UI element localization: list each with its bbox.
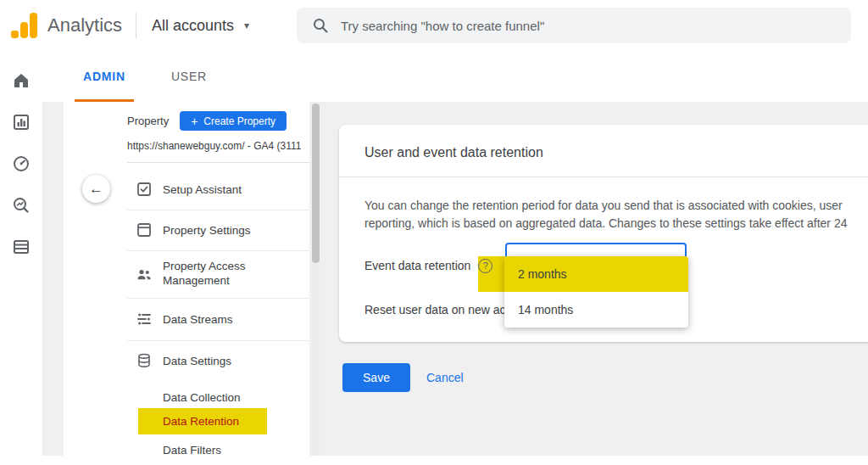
google-analytics-logo-icon (10, 11, 39, 40)
property-selector[interactable]: https://shanewebguy.com/ - GA4 (3111... (127, 140, 301, 152)
save-button[interactable]: Save (342, 363, 410, 392)
card-body-text: reporting, which is based on aggregated … (364, 216, 868, 230)
create-property-label: Create Property (203, 115, 275, 127)
create-property-button[interactable]: + Create Property (180, 111, 287, 131)
chevron-down-icon: ▾ (244, 20, 249, 31)
panel-scrollbar[interactable] (312, 104, 320, 456)
card-body-text: You can change the retention period for … (364, 199, 868, 212)
logo-dot (11, 31, 19, 38)
advertising-icon[interactable] (11, 195, 31, 216)
menu-item-data-collection[interactable]: Data Collection (64, 385, 309, 409)
nav-rail (0, 51, 42, 465)
reports-icon[interactable] (11, 112, 31, 132)
retention-dropdown-menu: 2 months 14 months (504, 256, 688, 328)
search-bar[interactable] (297, 8, 851, 43)
cancel-button[interactable]: Cancel (426, 371, 464, 384)
tab-user[interactable]: USER (163, 51, 215, 102)
card-title: User and event data retention (364, 145, 543, 160)
admin-property-panel: Property + Create Property https://shane… (64, 102, 309, 465)
data-streams-icon (136, 311, 153, 328)
admin-configure-icon[interactable] (11, 237, 31, 257)
logo-bar (20, 22, 28, 38)
property-section-label: Property (127, 115, 169, 127)
header-divider (136, 13, 136, 38)
menu-item-data-settings[interactable]: Data Settings (64, 340, 309, 381)
reset-user-data-label: Reset user data on new ac (364, 303, 506, 317)
data-retention-card: User and event data retention You can ch… (339, 125, 868, 342)
menu-item-data-retention[interactable]: Data Retention (64, 408, 309, 434)
analytics-admin-screen: Analytics All accounts ▾ (0, 0, 868, 465)
field-label-text: Event data retention (364, 259, 470, 272)
menu-item-label: Property Settings (163, 224, 251, 237)
divider (339, 176, 868, 177)
menu-item-label: Data Collection (163, 391, 241, 404)
account-selector-label: All accounts (152, 17, 234, 35)
menu-item-label: Data Streams (163, 313, 233, 326)
divider (127, 162, 309, 163)
property-header-row: Property + Create Property (127, 111, 287, 131)
account-selector[interactable]: All accounts ▾ (152, 17, 249, 35)
people-icon (136, 266, 153, 283)
menu-item-label: Setup Assistant (163, 183, 242, 196)
help-icon[interactable]: ? (478, 259, 492, 273)
menu-item-setup-assistant[interactable]: Setup Assistant (64, 169, 309, 210)
bottom-strip (42, 456, 868, 465)
app-name: Analytics (47, 14, 122, 36)
admin-tabs: ADMIN USER (42, 51, 868, 102)
dropdown-option-2-months[interactable]: 2 months (504, 256, 688, 292)
menu-item-label: Property Access Management (163, 260, 269, 289)
menu-item-label: Data Settings (163, 355, 231, 367)
menu-item-data-streams[interactable]: Data Streams (64, 298, 309, 340)
explore-icon[interactable] (11, 154, 31, 174)
menu-item-property-settings[interactable]: Property Settings (64, 210, 309, 250)
home-icon[interactable] (11, 70, 31, 91)
property-settings-icon (136, 221, 153, 238)
logo-bar (30, 13, 37, 38)
menu-item-label: Data Retention (163, 415, 239, 428)
menu-item-label: Data Filters (163, 444, 221, 457)
app-header: Analytics All accounts ▾ (0, 0, 868, 51)
search-icon (312, 17, 329, 34)
highlight-annotation: Data Retention (138, 408, 267, 434)
search-input[interactable] (341, 19, 851, 33)
help-glyph: ? (483, 261, 488, 271)
setup-assistant-icon (136, 181, 153, 198)
tab-admin[interactable]: ADMIN (75, 51, 134, 102)
menu-item-property-access-management[interactable]: Property Access Management (64, 250, 309, 298)
dropdown-option-14-months[interactable]: 14 months (504, 292, 688, 328)
plus-icon: + (191, 115, 198, 128)
scrollbar-thumb[interactable] (312, 104, 320, 263)
data-settings-icon (136, 352, 153, 369)
event-data-retention-field-label: Event data retention ? (364, 255, 492, 277)
